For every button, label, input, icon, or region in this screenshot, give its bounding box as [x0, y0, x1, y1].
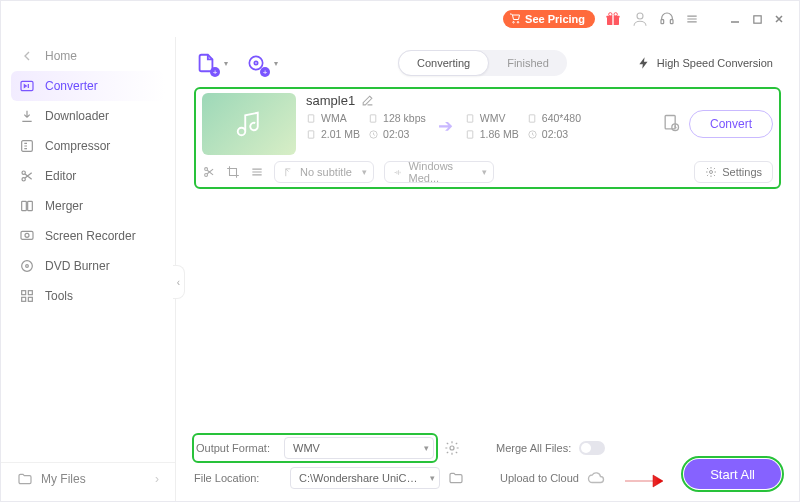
svg-rect-27	[370, 114, 376, 121]
svg-rect-14	[28, 201, 33, 210]
app-frame: See Pricing Home Converter	[0, 0, 800, 502]
sidebar-item-label: Editor	[45, 169, 76, 183]
high-speed-toggle[interactable]: High Speed Conversion	[637, 56, 773, 70]
file-settings-button[interactable]: Settings	[694, 161, 773, 183]
music-note-icon	[234, 109, 264, 139]
file-card-highlight: sample1 WMA 2.01 MB 128 kbps 02:03	[194, 87, 781, 189]
hamburger-icon[interactable]	[685, 12, 699, 26]
window-close-button[interactable]	[773, 13, 785, 25]
add-file-button[interactable]: + ▾	[194, 51, 218, 75]
titlebar: See Pricing	[1, 1, 799, 37]
open-folder-icon[interactable]	[448, 470, 464, 486]
sidebar-item-converter[interactable]: Converter	[11, 71, 165, 101]
merge-label: Merge All Files:	[496, 442, 571, 454]
content-area: + ▾ + ▾ Converting Finished High Speed C…	[176, 37, 799, 501]
file-card: sample1 WMA 2.01 MB 128 kbps 02:03	[202, 93, 773, 155]
crop-icon[interactable]	[226, 165, 240, 179]
svg-point-18	[26, 265, 29, 268]
sidebar-home[interactable]: Home	[11, 41, 165, 71]
tab-converting[interactable]: Converting	[398, 50, 489, 76]
list-icon[interactable]	[250, 165, 264, 179]
dst-duration: 02:03	[527, 128, 581, 140]
svg-rect-26	[308, 130, 314, 137]
audio-icon	[393, 167, 402, 178]
svg-rect-29	[467, 114, 473, 121]
file-thumbnail[interactable]	[202, 93, 296, 155]
recorder-icon	[19, 228, 35, 244]
file-location-label: File Location:	[194, 472, 282, 484]
status-tabs: Converting Finished	[398, 50, 567, 76]
dst-resolution: 640*480	[527, 112, 581, 124]
download-icon	[19, 108, 35, 124]
avatar-icon[interactable]	[631, 10, 649, 28]
trim-icon[interactable]	[202, 165, 216, 179]
svg-rect-15	[21, 231, 33, 239]
file-edit-row: No subtitle ▾ Windows Med... ▾ Settings	[202, 161, 773, 183]
svg-rect-25	[308, 114, 314, 121]
output-format-dropdown[interactable]: WMV ▾	[284, 437, 434, 459]
settings-label: Settings	[722, 166, 762, 178]
sidebar-item-label: Screen Recorder	[45, 229, 136, 243]
svg-rect-30	[467, 130, 473, 137]
headset-icon[interactable]	[659, 11, 675, 27]
audio-value: Windows Med...	[408, 160, 476, 184]
chevron-down-icon: ▾	[482, 167, 487, 177]
see-pricing-button[interactable]: See Pricing	[503, 10, 595, 28]
svg-rect-2	[612, 16, 613, 25]
start-all-button[interactable]: Start All	[684, 459, 781, 489]
file-presets-icon[interactable]	[661, 113, 681, 136]
sidebar-item-tools[interactable]: Tools	[11, 281, 165, 311]
sidebar-home-label: Home	[45, 49, 77, 63]
output-settings-icon[interactable]	[444, 440, 460, 456]
sidebar-item-editor[interactable]: Editor	[11, 161, 165, 191]
sidebar-my-files[interactable]: My Files ›	[1, 462, 175, 501]
window-minimize-button[interactable]	[729, 13, 741, 25]
subtitle-value: No subtitle	[300, 166, 352, 178]
sidebar-item-merger[interactable]: Merger	[11, 191, 165, 221]
chevron-down-icon: ▾	[430, 473, 435, 483]
cloud-icon[interactable]	[587, 469, 605, 487]
file-location-dropdown[interactable]: C:\Wondershare UniConverter 1 ▾	[290, 467, 440, 489]
chevron-down-icon: ▾	[362, 167, 367, 177]
svg-point-37	[710, 171, 713, 174]
svg-rect-22	[28, 297, 32, 301]
sidebar-item-downloader[interactable]: Downloader	[11, 101, 165, 131]
converter-icon	[19, 78, 35, 94]
folder-icon	[17, 471, 33, 487]
sidebar-item-screen-recorder[interactable]: Screen Recorder	[11, 221, 165, 251]
window-maximize-button[interactable]	[751, 13, 763, 25]
add-disc-button[interactable]: + ▾	[244, 51, 268, 75]
collapse-sidebar-button[interactable]: ‹	[173, 265, 185, 299]
svg-point-4	[614, 13, 617, 16]
svg-point-24	[254, 61, 257, 64]
sidebar-item-label: Downloader	[45, 109, 109, 123]
arrow-right-icon: ➔	[434, 115, 457, 137]
svg-rect-21	[22, 297, 26, 301]
svg-point-35	[205, 168, 208, 171]
edit-icon[interactable]	[361, 94, 374, 107]
svg-point-5	[637, 13, 643, 19]
audio-dropdown[interactable]: Windows Med... ▾	[384, 161, 494, 183]
src-size: 2.01 MB	[306, 128, 360, 140]
sidebar-item-label: Tools	[45, 289, 73, 303]
file-location-value: C:\Wondershare UniConverter 1	[299, 472, 419, 484]
sidebar-item-label: Converter	[45, 79, 98, 93]
sidebar-item-label: DVD Burner	[45, 259, 110, 273]
see-pricing-label: See Pricing	[525, 13, 585, 25]
gift-icon[interactable]	[605, 11, 621, 27]
sidebar-item-dvd-burner[interactable]: DVD Burner	[11, 251, 165, 281]
subtitle-dropdown[interactable]: No subtitle ▾	[274, 161, 374, 183]
file-title: sample1	[306, 93, 355, 108]
disc-icon	[19, 258, 35, 274]
merge-toggle[interactable]	[579, 441, 605, 455]
convert-button[interactable]: Convert	[689, 110, 773, 138]
my-files-label: My Files	[41, 472, 86, 486]
tab-finished[interactable]: Finished	[489, 50, 567, 76]
cart-icon	[509, 13, 521, 25]
upload-label: Upload to Cloud	[500, 472, 579, 484]
svg-point-3	[609, 13, 612, 16]
output-format-value: WMV	[293, 442, 320, 454]
svg-point-16	[25, 233, 29, 237]
sidebar-item-compressor[interactable]: Compressor	[11, 131, 165, 161]
sidebar-item-label: Merger	[45, 199, 83, 213]
